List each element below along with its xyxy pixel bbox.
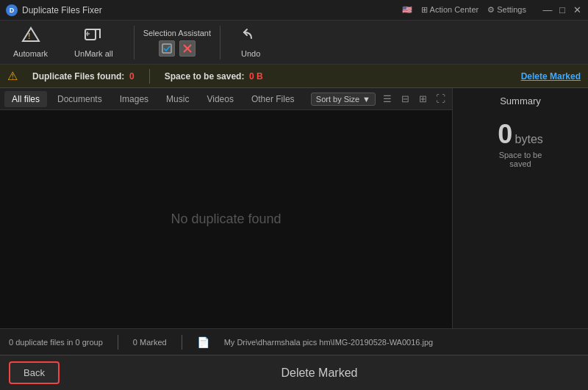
file-icon: 📄 xyxy=(197,336,209,348)
summary-title: Summary xyxy=(500,95,541,106)
app-title: Duplicate Files Fixer xyxy=(22,5,102,15)
space-save-value: 0 B xyxy=(249,71,263,82)
delete-marked-button[interactable]: Delete Marked xyxy=(521,71,581,82)
space-save-label: Space to be saved: 0 B xyxy=(165,71,263,82)
close-button[interactable]: ✕ xyxy=(572,5,582,15)
svg-marker-0 xyxy=(23,28,39,41)
sort-label: Sort by Size xyxy=(316,95,359,104)
delete-marked-center: Delete Marked xyxy=(60,366,579,380)
summary-bytes-unit: bytes xyxy=(515,133,543,145)
view-icons: ☰ ⊟ ⊞ ⛶ xyxy=(380,92,448,106)
status-marked-info: 0 Marked xyxy=(133,338,167,347)
summary-bytes-value: 0 xyxy=(498,119,512,149)
main-panel: All files Documents Images Music Videos … xyxy=(0,88,452,328)
automark-button[interactable]: ! Automark xyxy=(7,24,54,61)
warning-icon: ⚠ xyxy=(7,69,18,83)
sort-arrow: ▼ xyxy=(362,95,370,104)
tab-all-files[interactable]: All files xyxy=(4,91,47,107)
app-icon: D xyxy=(6,4,18,16)
no-duplicate-message: No duplicate found xyxy=(171,212,281,227)
title-bar-right: 🇺🇸 ⊞ Action Center ⚙ Settings — □ ✕ xyxy=(402,5,582,15)
tab-music[interactable]: Music xyxy=(159,91,196,107)
svg-rect-2 xyxy=(85,29,96,40)
svg-text:!: ! xyxy=(28,32,30,40)
back-button[interactable]: Back xyxy=(9,361,60,384)
settings-link[interactable]: ⚙ Settings xyxy=(487,5,526,15)
separator xyxy=(149,69,150,84)
unmark-all-button[interactable]: UnMark all xyxy=(68,24,119,61)
maximize-button[interactable]: □ xyxy=(557,5,567,15)
tab-other-files[interactable]: Other Files xyxy=(244,91,302,107)
sort-section: Sort by Size ▼ ☰ ⊟ ⊞ ⛶ xyxy=(311,92,448,106)
view-detail-icon[interactable]: ⊟ xyxy=(398,92,412,106)
summary-panel: Summary 0 bytes Space to besaved xyxy=(452,88,588,328)
filter-tabs: All files Documents Images Music Videos … xyxy=(0,88,452,110)
selection-assistant-icons xyxy=(159,40,196,57)
unmark-icon xyxy=(84,26,103,46)
title-bar-left: D Duplicate Files Fixer xyxy=(6,4,102,16)
view-grid-icon[interactable]: ⊞ xyxy=(415,92,430,106)
status-duplicate-info: 0 duplicate files in 0 group xyxy=(9,338,103,347)
tab-documents[interactable]: Documents xyxy=(50,91,110,107)
tab-videos[interactable]: Videos xyxy=(199,91,240,107)
svg-rect-3 xyxy=(162,44,171,53)
bottom-bar: Back Delete Marked xyxy=(0,355,588,390)
view-list-icon[interactable]: ☰ xyxy=(380,92,395,106)
undo-label: Undo xyxy=(241,49,260,58)
content-area: No duplicate found xyxy=(0,110,452,328)
flag-icon: 🇺🇸 xyxy=(402,5,412,15)
status-separator-2 xyxy=(182,335,182,350)
window-controls: — □ ✕ xyxy=(542,5,582,15)
status-current-file: My Drive\dharmshala pics hm\IMG-20190528… xyxy=(224,338,434,347)
status-separator-1 xyxy=(118,335,118,350)
title-bar: D Duplicate Files Fixer 🇺🇸 ⊞ Action Cent… xyxy=(0,0,588,21)
info-bar: ⚠ Duplicate Files found: 0 Space to be s… xyxy=(0,65,588,88)
undo-button[interactable]: Undo xyxy=(235,24,266,61)
unmark-all-label: UnMark all xyxy=(74,49,113,58)
summary-bytes-container: 0 bytes xyxy=(498,121,543,148)
selection-assistant-label: Selection Assistant xyxy=(143,29,211,37)
duplicates-found-label: Duplicate Files found: 0 xyxy=(32,71,135,82)
selection-assistant: Selection Assistant xyxy=(134,26,220,59)
view-expand-icon[interactable]: ⛶ xyxy=(433,92,448,106)
duplicates-found-value: 0 xyxy=(129,71,135,82)
main-layout: All files Documents Images Music Videos … xyxy=(0,88,588,328)
automark-icon: ! xyxy=(21,26,40,46)
summary-description: Space to besaved xyxy=(499,151,542,168)
tab-images[interactable]: Images xyxy=(112,91,156,107)
action-center[interactable]: ⊞ Action Center xyxy=(421,5,478,15)
toolbar: ! Automark UnMark all Selection Assistan… xyxy=(0,21,588,65)
sort-dropdown[interactable]: Sort by Size ▼ xyxy=(311,93,376,106)
undo-icon xyxy=(241,26,260,46)
minimize-button[interactable]: — xyxy=(542,5,553,15)
selection-icon-1[interactable] xyxy=(159,40,175,57)
selection-icon-2[interactable] xyxy=(179,40,196,57)
automark-label: Automark xyxy=(13,49,48,58)
status-bar: 0 duplicate files in 0 group 0 Marked 📄 … xyxy=(0,328,588,355)
